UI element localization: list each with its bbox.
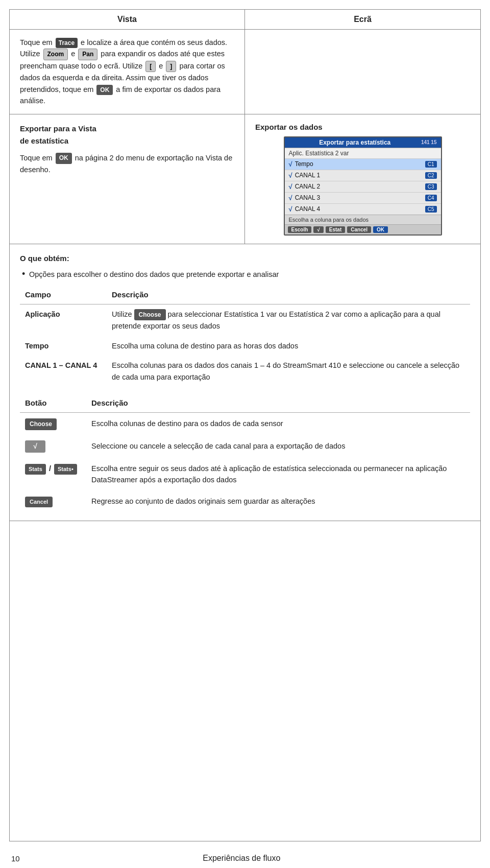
canal4-col: C5	[425, 206, 437, 213]
cancel-button[interactable]: Cancel	[25, 497, 53, 507]
bracket-right-badge: ]	[166, 61, 176, 73]
ok-badge-top: OK	[96, 85, 113, 96]
bracket-left-badge: [	[145, 61, 156, 73]
table-row-choose: Choose Escolha colunas de destino para o…	[20, 413, 470, 435]
export-right: Exportar os dados Exportar para estatíst…	[245, 114, 480, 244]
table-row-tempo: Tempo Escolha uma coluna de destino para…	[20, 336, 470, 356]
canal3-col: C4	[425, 195, 437, 201]
checkmark-canal2: √	[289, 183, 292, 191]
botao-table: Botão Descrição Choose Escolha colunas d…	[20, 394, 470, 512]
desc-aplicacao: Utilize Choose para seleccionar Estatíst…	[107, 304, 470, 336]
device-subtitle: Aplic. Estatística 2 var	[285, 148, 441, 158]
btn-stats-cell: Stats / Stats•	[20, 458, 86, 491]
btn-escolh: Escolh	[288, 226, 312, 233]
checkmark-canal3: √	[289, 194, 292, 202]
btn-ok: OK	[373, 226, 388, 233]
device-row-canal2: √ CANAL 2 C3	[285, 181, 441, 192]
ok-badge-export: OK	[56, 153, 72, 163]
table-row-stats: Stats / Stats• Escolha entre seguir os s…	[20, 458, 470, 491]
descricao-header: Descrição	[107, 286, 470, 304]
what-you-get-bullet: Opções para escolher o destino dos dados…	[29, 269, 470, 280]
botao-desc-header: Descrição	[86, 394, 470, 413]
page-wrapper: Vista Ecrã Toque em Trace e localize a á…	[0, 0, 490, 868]
device-title-text: Exportar para estatística	[289, 139, 421, 146]
device-row-tempo: √ Tempo C1	[285, 158, 441, 170]
footer-page-number: 10	[11, 854, 20, 863]
checkmark-button[interactable]: √	[25, 440, 45, 453]
desc-stats: Escolha entre seguir os seus dados até à…	[86, 458, 470, 491]
checkmark-canal1: √	[289, 172, 292, 179]
table-row-checkmark: √ Seleccione ou cancele a selecção de ca…	[20, 435, 470, 458]
btn-check: √	[313, 226, 324, 233]
choose-badge-desc: Choose	[134, 309, 166, 321]
slash-separator: /	[49, 464, 51, 473]
table-row-aplicacao: Aplicação Utilize Choose para selecciona…	[20, 304, 470, 336]
canal4-label: CANAL 4	[295, 205, 425, 213]
what-you-get-title: O que obtém:	[20, 252, 470, 265]
device-row-canal3: √ CANAL 3 C4	[285, 192, 441, 203]
header-row: Vista Ecrã	[10, 10, 480, 30]
btn-cancel-cell: Cancel	[20, 490, 86, 512]
device-row-canal1: √ CANAL 1 C2	[285, 170, 441, 181]
desc-check: Seleccione ou cancele a selecção de cada…	[86, 435, 470, 458]
desc-canal: Escolha colunas para os dados dos canais…	[107, 356, 470, 387]
canal2-label: CANAL 2	[295, 183, 425, 190]
footer-title: Experiências de fluxo	[20, 854, 463, 863]
instructions-right	[245, 30, 480, 114]
botao-header: Botão	[20, 394, 86, 413]
campo-table: Campo Descrição Aplicação Utilize Choose…	[20, 286, 470, 387]
device-bottom-buttons: Escolh √ Estat Cancel OK	[285, 224, 441, 234]
tempo-col: C1	[425, 161, 437, 168]
canal3-label: CANAL 3	[295, 194, 425, 201]
header-ecra: Ecrã	[245, 10, 480, 29]
canal1-label: CANAL 1	[295, 172, 425, 179]
device-title-bar: Exportar para estatística 141 15	[285, 137, 441, 148]
main-table: Vista Ecrã Toque em Trace e localize a á…	[9, 9, 481, 841]
header-vista: Vista	[10, 10, 245, 29]
what-you-get-section: O que obtém: Opções para escolher o dest…	[10, 244, 480, 522]
btn-estat: Estat	[326, 226, 345, 233]
desc-cancel: Regresse ao conjunto de dados originais …	[86, 490, 470, 512]
campo-canal: CANAL 1 – CANAL 4	[20, 356, 107, 387]
desc-choose: Escolha colunas de destino para os dados…	[86, 413, 470, 435]
device-row-canal4: √ CANAL 4 C5	[285, 203, 441, 215]
export-section-row: Exportar para a Vistade estatística Toqu…	[10, 114, 480, 244]
campo-header: Campo	[20, 286, 107, 304]
tempo-label: Tempo	[295, 160, 425, 168]
choose-button[interactable]: Choose	[25, 418, 57, 430]
btn-choose-cell: Choose	[20, 413, 86, 435]
table-row-cancel: Cancel Regresse ao conjunto de dados ori…	[20, 490, 470, 512]
device-screenshot: Exportar para estatística 141 15 Aplic. …	[284, 136, 442, 236]
device-bottom-label: Escolha a coluna para os dados	[285, 215, 441, 224]
stats-button[interactable]: Stats	[25, 464, 46, 475]
export-right-title: Exportar os dados	[255, 123, 323, 131]
checkmark-tempo: √	[289, 160, 292, 168]
zoom-badge: Zoom	[43, 49, 68, 60]
instructions-row: Toque em Trace e localize a área que con…	[10, 30, 480, 114]
export-left-title: Exportar para a Vistade estatística	[20, 123, 234, 147]
page-footer: 10 Experiências de fluxo	[0, 846, 490, 868]
canal2-col: C3	[425, 183, 437, 190]
btn-check-cell: √	[20, 435, 86, 458]
device-time: 141 15	[421, 139, 437, 145]
trace-badge: Trace	[56, 38, 78, 49]
pan-badge: Pan	[78, 49, 97, 60]
campo-tempo: Tempo	[20, 336, 107, 356]
btn-cancel: Cancel	[347, 226, 371, 233]
campo-aplicacao: Aplicação	[20, 304, 107, 336]
stats-dot-button[interactable]: Stats•	[54, 464, 77, 475]
desc-tempo: Escolha uma coluna de destino para as ho…	[107, 336, 470, 356]
checkmark-canal4: √	[289, 205, 292, 213]
export-left: Exportar para a Vistade estatística Toqu…	[10, 114, 245, 244]
table-row-canal: CANAL 1 – CANAL 4 Escolha colunas para o…	[20, 356, 470, 387]
canal1-col: C2	[425, 172, 437, 179]
instructions-left: Toque em Trace e localize a área que con…	[10, 30, 245, 114]
